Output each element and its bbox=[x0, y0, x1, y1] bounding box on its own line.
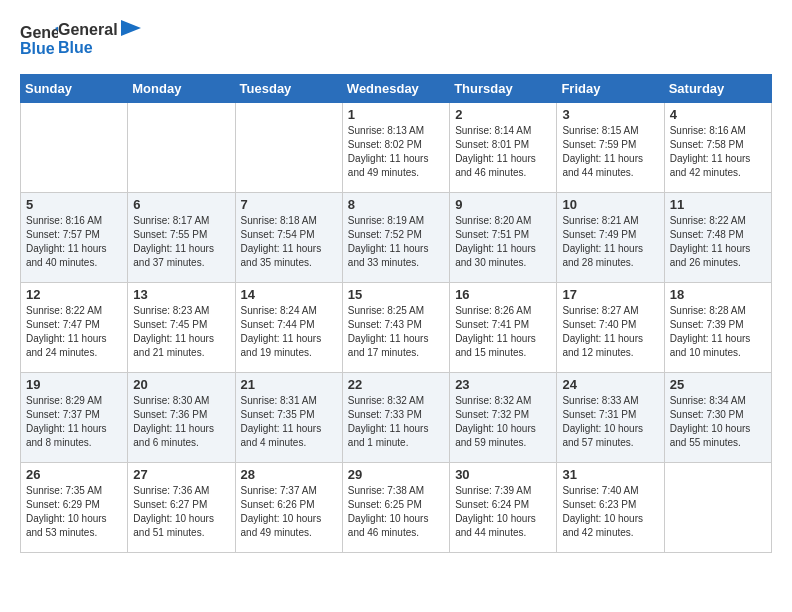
calendar-empty-cell bbox=[128, 103, 235, 193]
day-number: 5 bbox=[26, 197, 122, 212]
day-number: 17 bbox=[562, 287, 658, 302]
calendar-day-10: 10Sunrise: 8:21 AM Sunset: 7:49 PM Dayli… bbox=[557, 193, 664, 283]
calendar-day-27: 27Sunrise: 7:36 AM Sunset: 6:27 PM Dayli… bbox=[128, 463, 235, 553]
day-info: Sunrise: 8:15 AM Sunset: 7:59 PM Dayligh… bbox=[562, 124, 658, 180]
calendar-week-row: 19Sunrise: 8:29 AM Sunset: 7:37 PM Dayli… bbox=[21, 373, 772, 463]
day-info: Sunrise: 8:20 AM Sunset: 7:51 PM Dayligh… bbox=[455, 214, 551, 270]
calendar-empty-cell bbox=[235, 103, 342, 193]
calendar-day-24: 24Sunrise: 8:33 AM Sunset: 7:31 PM Dayli… bbox=[557, 373, 664, 463]
day-info: Sunrise: 8:32 AM Sunset: 7:32 PM Dayligh… bbox=[455, 394, 551, 450]
day-number: 24 bbox=[562, 377, 658, 392]
day-number: 25 bbox=[670, 377, 766, 392]
calendar-week-row: 26Sunrise: 7:35 AM Sunset: 6:29 PM Dayli… bbox=[21, 463, 772, 553]
day-number: 16 bbox=[455, 287, 551, 302]
day-info: Sunrise: 8:31 AM Sunset: 7:35 PM Dayligh… bbox=[241, 394, 337, 450]
day-number: 29 bbox=[348, 467, 444, 482]
calendar-day-19: 19Sunrise: 8:29 AM Sunset: 7:37 PM Dayli… bbox=[21, 373, 128, 463]
calendar-day-29: 29Sunrise: 7:38 AM Sunset: 6:25 PM Dayli… bbox=[342, 463, 449, 553]
day-number: 11 bbox=[670, 197, 766, 212]
day-info: Sunrise: 8:28 AM Sunset: 7:39 PM Dayligh… bbox=[670, 304, 766, 360]
day-number: 4 bbox=[670, 107, 766, 122]
calendar-header-tuesday: Tuesday bbox=[235, 75, 342, 103]
day-number: 14 bbox=[241, 287, 337, 302]
calendar-day-28: 28Sunrise: 7:37 AM Sunset: 6:26 PM Dayli… bbox=[235, 463, 342, 553]
logo-flag-icon bbox=[121, 20, 141, 48]
day-number: 21 bbox=[241, 377, 337, 392]
day-number: 2 bbox=[455, 107, 551, 122]
day-number: 31 bbox=[562, 467, 658, 482]
day-number: 3 bbox=[562, 107, 658, 122]
day-info: Sunrise: 8:18 AM Sunset: 7:54 PM Dayligh… bbox=[241, 214, 337, 270]
day-number: 13 bbox=[133, 287, 229, 302]
day-number: 27 bbox=[133, 467, 229, 482]
day-number: 23 bbox=[455, 377, 551, 392]
calendar-header-saturday: Saturday bbox=[664, 75, 771, 103]
day-info: Sunrise: 8:26 AM Sunset: 7:41 PM Dayligh… bbox=[455, 304, 551, 360]
day-info: Sunrise: 7:38 AM Sunset: 6:25 PM Dayligh… bbox=[348, 484, 444, 540]
calendar-day-25: 25Sunrise: 8:34 AM Sunset: 7:30 PM Dayli… bbox=[664, 373, 771, 463]
day-number: 6 bbox=[133, 197, 229, 212]
day-number: 12 bbox=[26, 287, 122, 302]
calendar-header-row: SundayMondayTuesdayWednesdayThursdayFrid… bbox=[21, 75, 772, 103]
calendar-day-6: 6Sunrise: 8:17 AM Sunset: 7:55 PM Daylig… bbox=[128, 193, 235, 283]
day-info: Sunrise: 8:16 AM Sunset: 7:57 PM Dayligh… bbox=[26, 214, 122, 270]
day-info: Sunrise: 7:39 AM Sunset: 6:24 PM Dayligh… bbox=[455, 484, 551, 540]
svg-marker-3 bbox=[121, 20, 141, 36]
calendar-day-3: 3Sunrise: 8:15 AM Sunset: 7:59 PM Daylig… bbox=[557, 103, 664, 193]
logo-general: General bbox=[58, 21, 118, 39]
day-number: 18 bbox=[670, 287, 766, 302]
calendar-header-sunday: Sunday bbox=[21, 75, 128, 103]
day-number: 26 bbox=[26, 467, 122, 482]
day-info: Sunrise: 8:16 AM Sunset: 7:58 PM Dayligh… bbox=[670, 124, 766, 180]
calendar-day-30: 30Sunrise: 7:39 AM Sunset: 6:24 PM Dayli… bbox=[450, 463, 557, 553]
day-info: Sunrise: 8:22 AM Sunset: 7:48 PM Dayligh… bbox=[670, 214, 766, 270]
day-number: 7 bbox=[241, 197, 337, 212]
day-info: Sunrise: 8:23 AM Sunset: 7:45 PM Dayligh… bbox=[133, 304, 229, 360]
day-info: Sunrise: 8:13 AM Sunset: 8:02 PM Dayligh… bbox=[348, 124, 444, 180]
day-info: Sunrise: 7:37 AM Sunset: 6:26 PM Dayligh… bbox=[241, 484, 337, 540]
calendar-day-2: 2Sunrise: 8:14 AM Sunset: 8:01 PM Daylig… bbox=[450, 103, 557, 193]
logo-blue: Blue bbox=[58, 39, 118, 57]
day-number: 10 bbox=[562, 197, 658, 212]
day-info: Sunrise: 8:24 AM Sunset: 7:44 PM Dayligh… bbox=[241, 304, 337, 360]
logo: General Blue General Blue bbox=[20, 20, 141, 58]
calendar-day-1: 1Sunrise: 8:13 AM Sunset: 8:02 PM Daylig… bbox=[342, 103, 449, 193]
day-info: Sunrise: 8:14 AM Sunset: 8:01 PM Dayligh… bbox=[455, 124, 551, 180]
day-number: 9 bbox=[455, 197, 551, 212]
day-info: Sunrise: 8:22 AM Sunset: 7:47 PM Dayligh… bbox=[26, 304, 122, 360]
calendar-week-row: 5Sunrise: 8:16 AM Sunset: 7:57 PM Daylig… bbox=[21, 193, 772, 283]
calendar-day-15: 15Sunrise: 8:25 AM Sunset: 7:43 PM Dayli… bbox=[342, 283, 449, 373]
calendar-header-wednesday: Wednesday bbox=[342, 75, 449, 103]
day-info: Sunrise: 8:17 AM Sunset: 7:55 PM Dayligh… bbox=[133, 214, 229, 270]
calendar-table: SundayMondayTuesdayWednesdayThursdayFrid… bbox=[20, 74, 772, 553]
day-number: 1 bbox=[348, 107, 444, 122]
day-number: 19 bbox=[26, 377, 122, 392]
calendar-day-18: 18Sunrise: 8:28 AM Sunset: 7:39 PM Dayli… bbox=[664, 283, 771, 373]
calendar-day-7: 7Sunrise: 8:18 AM Sunset: 7:54 PM Daylig… bbox=[235, 193, 342, 283]
page-header: General Blue General Blue bbox=[20, 20, 772, 58]
calendar-day-17: 17Sunrise: 8:27 AM Sunset: 7:40 PM Dayli… bbox=[557, 283, 664, 373]
svg-text:Blue: Blue bbox=[20, 40, 55, 57]
day-info: Sunrise: 8:32 AM Sunset: 7:33 PM Dayligh… bbox=[348, 394, 444, 450]
day-info: Sunrise: 7:35 AM Sunset: 6:29 PM Dayligh… bbox=[26, 484, 122, 540]
day-info: Sunrise: 8:33 AM Sunset: 7:31 PM Dayligh… bbox=[562, 394, 658, 450]
day-info: Sunrise: 8:25 AM Sunset: 7:43 PM Dayligh… bbox=[348, 304, 444, 360]
calendar-week-row: 12Sunrise: 8:22 AM Sunset: 7:47 PM Dayli… bbox=[21, 283, 772, 373]
day-info: Sunrise: 8:19 AM Sunset: 7:52 PM Dayligh… bbox=[348, 214, 444, 270]
calendar-empty-cell bbox=[664, 463, 771, 553]
calendar-week-row: 1Sunrise: 8:13 AM Sunset: 8:02 PM Daylig… bbox=[21, 103, 772, 193]
calendar-day-13: 13Sunrise: 8:23 AM Sunset: 7:45 PM Dayli… bbox=[128, 283, 235, 373]
day-number: 15 bbox=[348, 287, 444, 302]
day-number: 30 bbox=[455, 467, 551, 482]
calendar-day-9: 9Sunrise: 8:20 AM Sunset: 7:51 PM Daylig… bbox=[450, 193, 557, 283]
day-info: Sunrise: 8:30 AM Sunset: 7:36 PM Dayligh… bbox=[133, 394, 229, 450]
calendar-day-14: 14Sunrise: 8:24 AM Sunset: 7:44 PM Dayli… bbox=[235, 283, 342, 373]
calendar-day-16: 16Sunrise: 8:26 AM Sunset: 7:41 PM Dayli… bbox=[450, 283, 557, 373]
calendar-day-11: 11Sunrise: 8:22 AM Sunset: 7:48 PM Dayli… bbox=[664, 193, 771, 283]
day-number: 22 bbox=[348, 377, 444, 392]
calendar-day-12: 12Sunrise: 8:22 AM Sunset: 7:47 PM Dayli… bbox=[21, 283, 128, 373]
calendar-day-5: 5Sunrise: 8:16 AM Sunset: 7:57 PM Daylig… bbox=[21, 193, 128, 283]
day-info: Sunrise: 8:34 AM Sunset: 7:30 PM Dayligh… bbox=[670, 394, 766, 450]
day-info: Sunrise: 8:27 AM Sunset: 7:40 PM Dayligh… bbox=[562, 304, 658, 360]
day-number: 8 bbox=[348, 197, 444, 212]
